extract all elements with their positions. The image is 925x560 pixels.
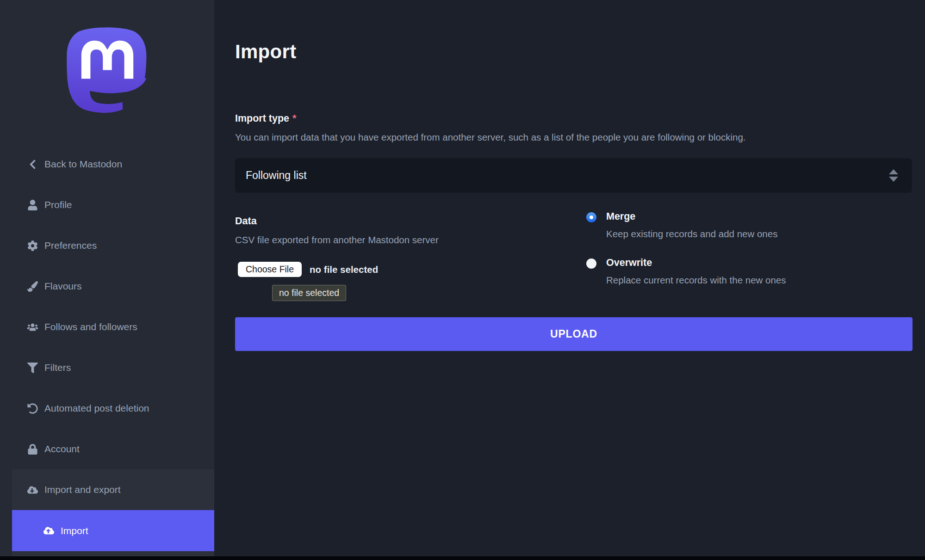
selected-option: Following list [246, 169, 889, 182]
paintbrush-icon [26, 281, 38, 292]
merge-option: Merge Keep existing records and add new … [586, 211, 777, 240]
import-type-description: You can import data that you have export… [235, 132, 745, 143]
file-input: Choose File no file selected [238, 262, 378, 277]
user-icon [26, 200, 38, 210]
sidebar-item-automated-post-deletion[interactable]: Automated post deletion [0, 388, 214, 429]
overwrite-radio[interactable] [586, 258, 596, 269]
sidebar-section-import-export: Import and export Import [12, 469, 214, 556]
funnel-icon [26, 363, 38, 373]
sidebar-item-label: Preferences [44, 240, 97, 251]
settings-sidebar: Back to Mastodon Profile Preferences Fla… [0, 0, 214, 556]
sidebar-item-back-to-mastodon[interactable]: Back to Mastodon [0, 144, 214, 185]
sidebar-item-label: Back to Mastodon [44, 159, 122, 170]
overwrite-option: Overwrite Replace current records with t… [586, 257, 786, 286]
sidebar-item-preferences[interactable]: Preferences [0, 225, 214, 266]
overwrite-label: Overwrite [606, 257, 786, 269]
data-description: CSV file exported from another Mastodon … [235, 234, 439, 246]
file-input-tooltip: no file selected [272, 285, 346, 301]
sidebar-nav: Back to Mastodon Profile Preferences Fla… [0, 144, 214, 556]
users-icon [26, 322, 38, 332]
lock-icon [26, 444, 38, 455]
no-file-selected-text: no file selected [310, 264, 378, 275]
sidebar-item-import[interactable]: Import [12, 510, 214, 551]
sidebar-item-label: Filters [44, 362, 71, 373]
import-type-select[interactable]: Following list [235, 158, 912, 193]
page-title: Import [235, 41, 296, 63]
sidebar-item-label: Flavours [44, 281, 82, 292]
data-label: Data [235, 215, 257, 227]
merge-description: Keep existing records and add new ones [606, 228, 777, 240]
overwrite-description: Replace current records with the new one… [606, 275, 786, 286]
import-type-label: Import type* [235, 113, 296, 124]
mastodon-logo[interactable] [0, 26, 214, 113]
sidebar-item-follows-and-followers[interactable]: Follows and followers [0, 307, 214, 347]
import-settings-content: Import Import type* You can import data … [214, 0, 925, 560]
sidebar-item-import-and-export[interactable]: Import and export [12, 469, 214, 510]
merge-label: Merge [606, 211, 777, 222]
sidebar-item-flavours[interactable]: Flavours [0, 266, 214, 307]
sidebar-item-label: Import [61, 525, 88, 536]
sidebar-item-account[interactable]: Account [0, 429, 214, 469]
window-bottom-edge [0, 556, 925, 560]
chevron-left-icon [26, 159, 38, 170]
select-sort-arrows-icon [889, 169, 898, 182]
sidebar-item-label: Account [44, 443, 80, 455]
sidebar-item-label: Import and export [44, 484, 121, 495]
history-icon [26, 403, 38, 414]
choose-file-button[interactable]: Choose File [238, 262, 302, 277]
required-marker: * [292, 113, 296, 124]
sidebar-item-label: Automated post deletion [44, 403, 149, 414]
sidebar-item-profile[interactable]: Profile [0, 185, 214, 225]
upload-button[interactable]: UPLOAD [235, 317, 913, 351]
mastodon-settings-page: Back to Mastodon Profile Preferences Fla… [0, 0, 925, 560]
merge-radio[interactable] [586, 212, 596, 222]
sidebar-item-filters[interactable]: Filters [0, 347, 214, 388]
sidebar-item-label: Follows and followers [44, 321, 137, 332]
cloud-upload-icon [43, 525, 55, 536]
sidebar-item-label: Profile [44, 199, 72, 210]
cloud-download-icon [26, 485, 38, 495]
gear-icon [26, 240, 38, 251]
